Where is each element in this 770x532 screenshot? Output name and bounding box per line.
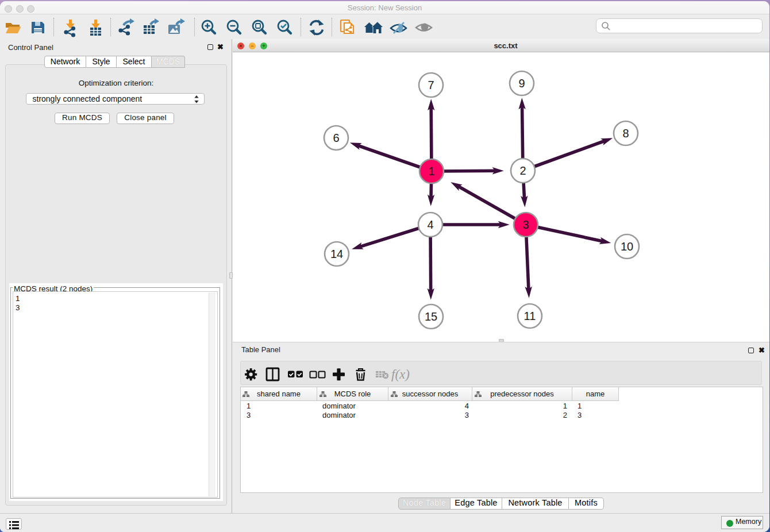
svg-text:15: 15 bbox=[425, 310, 437, 323]
svg-text:8: 8 bbox=[622, 127, 629, 140]
svg-text:6: 6 bbox=[333, 132, 339, 144]
svg-text:14: 14 bbox=[330, 248, 343, 260]
svg-text:2: 2 bbox=[519, 164, 526, 177]
svg-text:10: 10 bbox=[621, 240, 633, 253]
svg-text:3: 3 bbox=[522, 218, 529, 231]
svg-text:7: 7 bbox=[428, 79, 434, 91]
svg-text:1: 1 bbox=[428, 165, 434, 178]
svg-text:9: 9 bbox=[518, 77, 525, 90]
svg-text:f(x): f(x) bbox=[391, 367, 410, 381]
svg-text:11: 11 bbox=[524, 310, 536, 322]
svg-text:4: 4 bbox=[427, 218, 433, 231]
